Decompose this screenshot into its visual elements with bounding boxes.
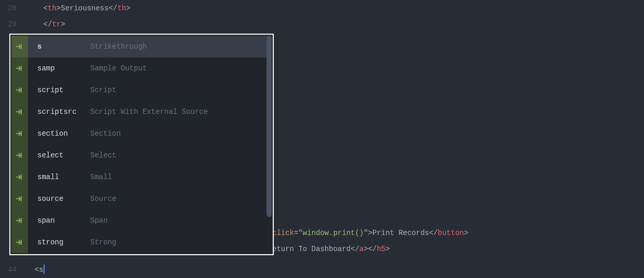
code-line[interactable]: 29 </tr> (0, 16, 644, 32)
autocomplete-item-name: strong (28, 238, 90, 246)
autocomplete-item-scriptsrc[interactable]: scriptsrcScript With External Source (11, 101, 272, 123)
autocomplete-item-script[interactable]: scriptScript (11, 79, 272, 101)
autocomplete-item-desc: Strong (90, 238, 272, 246)
autocomplete-item-section[interactable]: sectionSection (11, 123, 272, 144)
autocomplete-item-desc: Script (90, 86, 272, 94)
autocomplete-item-s[interactable]: sStrikethrough (11, 36, 272, 57)
autocomplete-item-name: s (28, 42, 90, 51)
snippet-icon (11, 166, 28, 188)
autocomplete-item-strong[interactable]: strongStrong (11, 231, 272, 253)
line-number: 29 (0, 20, 26, 28)
autocomplete-item-desc: Span (90, 216, 272, 225)
autocomplete-item-desc: Select (90, 151, 272, 159)
autocomplete-item-small[interactable]: smallSmall (11, 166, 272, 188)
line-content: <s (26, 265, 644, 274)
autocomplete-list: sStrikethroughsampSample OutputscriptScr… (11, 36, 272, 253)
line-number: 44 (0, 266, 26, 274)
code-line[interactable]: 28 <th>Seriousness</th> (0, 0, 644, 16)
autocomplete-item-desc: Section (90, 129, 272, 138)
autocomplete-item-desc: Sample Output (90, 64, 272, 72)
line-content: <th>Seriousness</th> (26, 4, 644, 12)
autocomplete-item-desc: Small (90, 173, 272, 181)
snippet-icon (11, 123, 28, 144)
snippet-icon (11, 188, 28, 210)
autocomplete-item-name: section (28, 129, 90, 138)
snippet-icon (11, 144, 28, 166)
scrollbar[interactable] (267, 36, 272, 253)
snippet-icon (11, 210, 28, 231)
snippet-icon (11, 231, 28, 253)
autocomplete-item-span[interactable]: spanSpan (11, 210, 272, 231)
code-line-active[interactable]: 44 <s (0, 261, 644, 277)
code-editor[interactable]: 28 <th>Seriousness</th> 29 </tr> click="… (0, 0, 644, 278)
autocomplete-item-desc: Script With External Source (90, 108, 272, 116)
autocomplete-item-name: script (28, 86, 90, 94)
snippet-icon (11, 101, 28, 123)
autocomplete-item-name: scriptsrc (28, 108, 90, 116)
snippet-icon (11, 36, 28, 57)
snippet-icon (11, 79, 28, 101)
text-cursor (44, 265, 45, 274)
snippet-icon (11, 57, 28, 79)
autocomplete-popup[interactable]: sStrikethroughsampSample OutputscriptScr… (9, 34, 274, 255)
autocomplete-item-source[interactable]: sourceSource (11, 188, 272, 210)
autocomplete-item-name: select (28, 151, 90, 159)
scrollbar-thumb[interactable] (267, 36, 272, 217)
autocomplete-item-name: source (28, 195, 90, 203)
autocomplete-item-desc: Source (90, 195, 272, 203)
autocomplete-item-desc: Strikethrough (90, 42, 272, 51)
line-number: 28 (0, 4, 26, 12)
autocomplete-item-name: samp (28, 64, 90, 72)
autocomplete-item-samp[interactable]: sampSample Output (11, 57, 272, 79)
autocomplete-item-name: small (28, 173, 90, 181)
line-content: </tr> (26, 20, 644, 28)
autocomplete-item-name: span (28, 216, 90, 225)
autocomplete-item-select[interactable]: selectSelect (11, 144, 272, 166)
